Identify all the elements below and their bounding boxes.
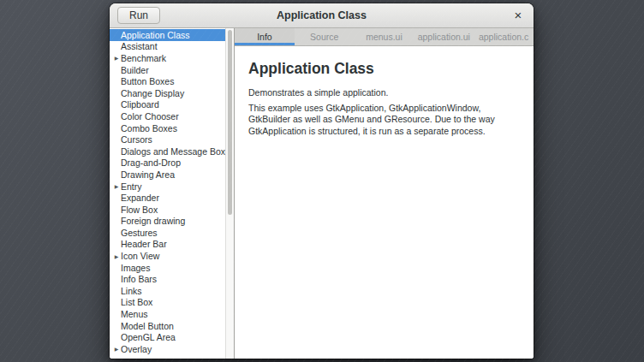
- sidebar-item-label: Change Display: [121, 88, 184, 98]
- expander-arrow-icon[interactable]: ▶: [112, 253, 121, 259]
- expander-arrow-icon[interactable]: ▶: [112, 183, 121, 189]
- sidebar-item-model-button[interactable]: Model Button: [110, 320, 225, 332]
- sidebar: Application ClassAssistant▶BenchmarkBuil…: [110, 28, 235, 359]
- main-panel: InfoSourcemenus.uiapplication.uiapplicat…: [235, 28, 534, 359]
- sidebar-item-header-bar[interactable]: Header Bar: [110, 239, 225, 251]
- sidebar-item-cursors[interactable]: Cursors: [110, 134, 225, 145]
- sidebar-item-label: Expander: [121, 193, 159, 203]
- sidebar-item-drag-and-drop[interactable]: Drag-and-Drop: [110, 157, 225, 169]
- sidebar-item-label: Info Bars: [121, 274, 157, 284]
- sidebar-item-overlay[interactable]: ▶Overlay: [110, 343, 225, 355]
- sidebar-item-label: Overlay: [121, 344, 152, 354]
- sidebar-item-label: Application Class: [121, 30, 190, 40]
- sidebar-item-label: Dialogs and Message Boxes: [121, 146, 225, 157]
- sidebar-item-label: Images: [121, 263, 150, 273]
- sidebar-item-button-boxes[interactable]: Button Boxes: [110, 75, 225, 87]
- sidebar-item-label: Benchmark: [121, 53, 166, 63]
- sidebar-item-info-bars[interactable]: Info Bars: [110, 273, 225, 285]
- sidebar-item-label: Gestures: [121, 228, 158, 238]
- sidebar-item-application-class[interactable]: Application Class: [110, 29, 225, 41]
- sidebar-item-dialogs-and-message-boxes[interactable]: Dialogs and Message Boxes: [110, 145, 225, 157]
- tab-info[interactable]: Info: [235, 28, 295, 45]
- sidebar-item-label: Icon View: [121, 251, 159, 261]
- sidebar-item-label: Flow Box: [121, 205, 158, 215]
- sidebar-scrollbar[interactable]: [225, 28, 234, 359]
- sidebar-item-label: Drag-and-Drop: [121, 157, 181, 168]
- sidebar-item-menus[interactable]: Menus: [110, 308, 225, 320]
- sidebar-item-label: OpenGL Area: [121, 332, 176, 342]
- sidebar-item-opengl-area[interactable]: OpenGL Area: [110, 331, 225, 343]
- expander-arrow-icon[interactable]: ▶: [112, 55, 121, 61]
- sidebar-item-label: Assistant: [121, 41, 158, 51]
- description-paragraph: This example uses GtkApplication, GtkApp…: [248, 103, 518, 138]
- sidebar-item-label: Entry: [121, 181, 142, 192]
- sidebar-item-images[interactable]: Images: [110, 262, 225, 274]
- close-icon[interactable]: ×: [510, 8, 526, 23]
- sidebar-item-color-chooser[interactable]: Color Chooser: [110, 110, 225, 122]
- sidebar-item-links[interactable]: Links: [110, 285, 225, 297]
- tab-source[interactable]: Source: [295, 28, 355, 45]
- sidebar-item-label: Foreign drawing: [121, 216, 185, 226]
- sidebar-item-label: Button Boxes: [121, 76, 174, 86]
- sidebar-item-foreign-drawing[interactable]: Foreign drawing: [110, 216, 225, 228]
- sidebar-item-builder[interactable]: Builder: [110, 64, 225, 76]
- window-body: Application ClassAssistant▶BenchmarkBuil…: [110, 28, 534, 359]
- headerbar: Run Application Class ×: [110, 3, 534, 28]
- sidebar-item-list-box[interactable]: List Box: [110, 297, 225, 309]
- scrollbar-thumb[interactable]: [228, 30, 232, 215]
- sidebar-item-assistant[interactable]: Assistant: [110, 41, 225, 53]
- gtk-demo-window: Run Application Class × Application Clas…: [110, 3, 534, 359]
- sidebar-item-entry[interactable]: ▶Entry: [110, 181, 225, 193]
- sidebar-item-flow-box[interactable]: Flow Box: [110, 204, 225, 216]
- sidebar-item-clipboard[interactable]: Clipboard: [110, 99, 225, 111]
- sidebar-item-label: Links: [121, 286, 142, 296]
- sidebar-item-gestures[interactable]: Gestures: [110, 227, 225, 239]
- sidebar-item-drawing-area[interactable]: Drawing Area: [110, 169, 225, 181]
- sidebar-item-change-display[interactable]: Change Display: [110, 87, 225, 99]
- sidebar-item-label: Header Bar: [121, 239, 167, 249]
- page-title: Application Class: [248, 60, 518, 78]
- tab-menus-ui[interactable]: menus.ui: [355, 28, 414, 45]
- sidebar-item-label: Cursors: [121, 134, 152, 145]
- sidebar-item-label: List Box: [121, 297, 152, 307]
- sidebar-list: Application ClassAssistant▶BenchmarkBuil…: [110, 28, 225, 359]
- description-line: Demonstrates a simple application.: [248, 87, 518, 99]
- tab-application-ui[interactable]: application.ui: [414, 28, 474, 45]
- window-title: Application Class: [110, 9, 534, 21]
- tab-bar: InfoSourcemenus.uiapplication.uiapplicat…: [235, 28, 534, 46]
- sidebar-item-label: Clipboard: [121, 99, 159, 110]
- sidebar-item-label: Model Button: [121, 321, 174, 331]
- sidebar-item-label: Menus: [121, 309, 148, 319]
- sidebar-item-benchmark[interactable]: ▶Benchmark: [110, 52, 225, 64]
- sidebar-item-label: Builder: [121, 65, 149, 75]
- content-area: Application Class Demonstrates a simple …: [235, 46, 534, 359]
- sidebar-item-expander[interactable]: Expander: [110, 192, 225, 204]
- sidebar-item-label: Combo Boxes: [121, 123, 177, 134]
- tab-application-c[interactable]: application.c: [474, 28, 534, 45]
- sidebar-item-label: Color Chooser: [121, 111, 179, 122]
- sidebar-item-combo-boxes[interactable]: Combo Boxes: [110, 122, 225, 134]
- run-button[interactable]: Run: [117, 7, 160, 24]
- sidebar-item-icon-view[interactable]: ▶Icon View: [110, 250, 225, 262]
- sidebar-item-label: Drawing Area: [121, 169, 175, 180]
- expander-arrow-icon[interactable]: ▶: [112, 346, 121, 352]
- desktop-background: Run Application Class × Application Clas…: [0, 0, 644, 362]
